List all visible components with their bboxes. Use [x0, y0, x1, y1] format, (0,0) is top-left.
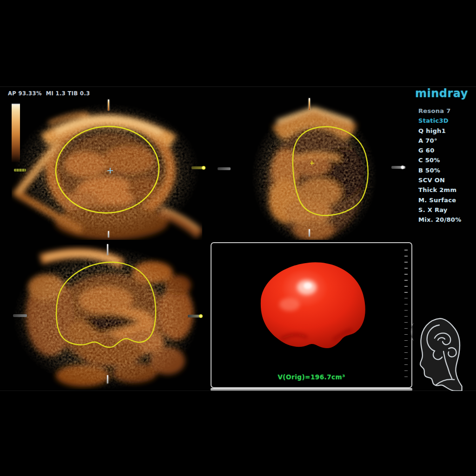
- parameter-sidebar: Resona 7 Static3D Q high1 A 70° G 60 C 5…: [418, 106, 462, 225]
- marker-dot: [199, 314, 203, 318]
- volume-render-blob: [261, 262, 365, 348]
- volume-render-view: [212, 243, 411, 387]
- ultrasound-image-coronal: [13, 245, 201, 390]
- param-angle: A 70°: [418, 136, 462, 145]
- fetal-head-profile-icon: [416, 316, 464, 393]
- ultrasound-image-sagittal: [251, 99, 381, 240]
- param-scv: SCV ON: [418, 175, 462, 185]
- panel-bottom-bar: [211, 388, 412, 391]
- plane-marker-left-a[interactable]: [14, 169, 26, 172]
- plane-marker-top-b[interactable]: [309, 98, 310, 110]
- screen-area: AP 93.33% MI 1.3 TIB 0.3 mindray Resona …: [0, 86, 476, 391]
- param-mix-ratio: Mix. 20/80%: [418, 215, 462, 225]
- plane-marker-right-b[interactable]: [391, 166, 405, 169]
- param-render-method: M. Surface: [418, 195, 462, 205]
- ultrasound-image-axial: [12, 100, 202, 240]
- imaging-mode-label: Static3D: [418, 116, 462, 126]
- quadrant-a-axial-plane[interactable]: [12, 100, 202, 240]
- plane-marker-gap-ab[interactable]: [218, 167, 231, 170]
- plane-marker-right-a[interactable]: [192, 166, 205, 169]
- plane-marker-left-c[interactable]: [13, 314, 27, 317]
- marker-dot: [202, 166, 205, 170]
- plane-marker-top-c[interactable]: [107, 244, 108, 255]
- param-brightness: B 50%: [418, 165, 462, 175]
- volume-measurement-label: V(Orig)=196.7cm³: [212, 373, 411, 381]
- param-contrast: C 50%: [418, 155, 462, 165]
- brand-logo: mindray: [415, 87, 468, 100]
- plane-marker-top-a[interactable]: [108, 99, 109, 111]
- system-model-label: Resona 7: [418, 106, 462, 116]
- volume-render-panel[interactable]: V(Orig)=196.7cm³: [211, 242, 412, 388]
- plane-marker-bottom-a[interactable]: [108, 231, 109, 238]
- marker-dot: [401, 165, 404, 169]
- plane-marker-bottom-c[interactable]: [107, 375, 108, 383]
- plane-marker-bottom-b[interactable]: [309, 229, 310, 237]
- plane-marker-right-c[interactable]: [188, 315, 202, 317]
- ultrasound-workstation: AP 93.33% MI 1.3 TIB 0.3 mindray Resona …: [0, 0, 476, 476]
- param-render-style: S. X Ray: [418, 205, 462, 215]
- depth-ruler: [404, 250, 408, 379]
- param-gain: G 60: [418, 145, 462, 155]
- quadrant-c-coronal-plane[interactable]: [13, 245, 201, 390]
- param-quality: Q high1: [418, 126, 462, 136]
- acoustic-output-status: AP 93.33% MI 1.3 TIB 0.3: [8, 90, 90, 97]
- param-thickness: Thick 2mm: [418, 185, 462, 195]
- quadrant-b-sagittal-plane[interactable]: [251, 99, 381, 240]
